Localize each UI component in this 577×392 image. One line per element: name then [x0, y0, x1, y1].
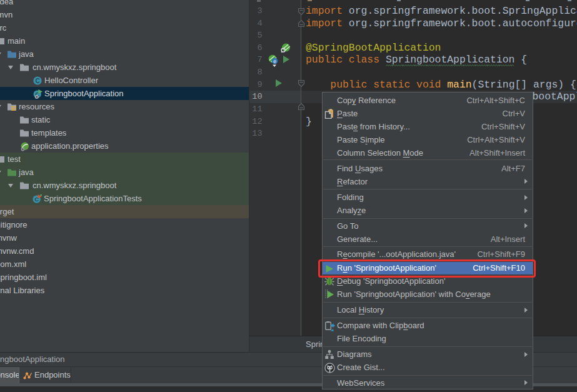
svg-text:C: C	[35, 77, 39, 84]
svg-text:e: e	[273, 58, 276, 64]
